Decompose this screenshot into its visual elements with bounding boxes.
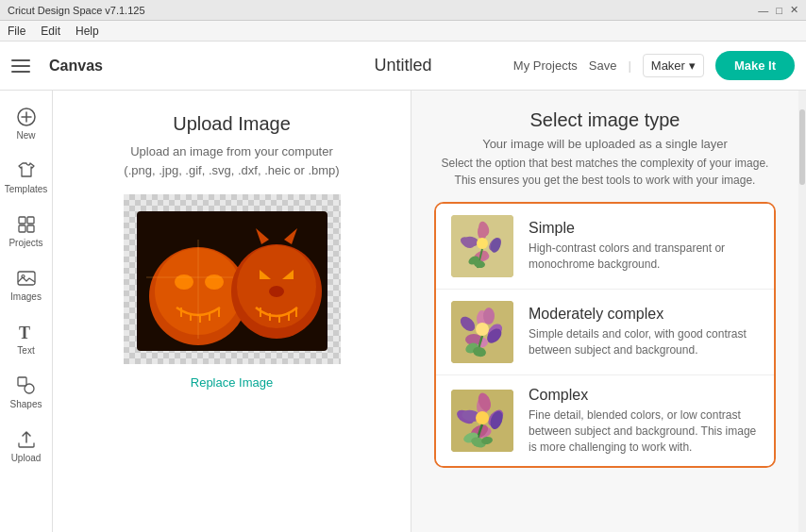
- moderate-name: Moderately complex: [529, 306, 759, 323]
- scrollbar-thumb[interactable]: [799, 109, 805, 185]
- moderate-thumbnail: [451, 301, 513, 363]
- svg-point-58: [476, 323, 489, 336]
- upload-title: Upload Image: [173, 113, 291, 135]
- svg-rect-4: [27, 217, 34, 224]
- svg-point-55: [483, 308, 495, 324]
- sidebar-item-upload[interactable]: Upload: [0, 421, 52, 471]
- svg-point-46: [477, 238, 488, 249]
- maker-chevron-icon: ▾: [689, 58, 696, 73]
- image-type-complex[interactable]: Complex Fine detail, blended colors, or …: [436, 375, 774, 466]
- maximize-button[interactable]: □: [776, 4, 782, 16]
- menu-bar: File Edit Help: [0, 21, 806, 42]
- header-divider: |: [628, 58, 630, 73]
- sidebar-item-new[interactable]: New: [0, 98, 52, 148]
- content-area: Upload Image Upload an image from your c…: [53, 91, 806, 532]
- sidebar-item-images-label: Images: [10, 291, 42, 302]
- simple-name: Simple: [529, 220, 759, 237]
- replace-image-link[interactable]: Replace Image: [191, 375, 273, 390]
- title-bar: Cricut Design Space v7.1.125 — □ ✕: [0, 0, 806, 21]
- svg-point-71: [476, 411, 489, 424]
- window-controls: — □ ✕: [758, 4, 798, 16]
- text-t-icon: T: [15, 321, 38, 343]
- svg-rect-6: [27, 225, 34, 232]
- hamburger-line-2: [11, 65, 30, 67]
- close-button[interactable]: ✕: [790, 4, 798, 16]
- make-it-button[interactable]: Make It: [715, 51, 795, 80]
- select-title: Select image type: [434, 109, 776, 131]
- sidebar: New Templates Projects: [0, 91, 53, 532]
- moderate-info: Moderately complex Simple details and co…: [529, 306, 759, 358]
- canvas-label: Canvas: [49, 58, 103, 75]
- select-description: Select the option that best matches the …: [434, 155, 776, 189]
- sidebar-item-shapes[interactable]: Shapes: [0, 367, 52, 417]
- save-link[interactable]: Save: [589, 58, 617, 73]
- sidebar-item-text-label: Text: [17, 345, 34, 356]
- image-type-moderate[interactable]: Moderately complex Simple details and co…: [436, 290, 774, 375]
- complex-desc: Fine detail, blended colors, or low cont…: [529, 407, 759, 455]
- grid-icon: [15, 213, 38, 236]
- main-layout: New Templates Projects: [0, 91, 806, 532]
- svg-rect-5: [19, 225, 25, 232]
- svg-rect-11: [18, 377, 26, 386]
- simple-thumbnail: [451, 215, 513, 277]
- my-projects-link[interactable]: My Projects: [513, 58, 578, 73]
- upload-icon: [15, 428, 38, 451]
- shirt-icon: [15, 159, 38, 182]
- sidebar-item-images[interactable]: Images: [0, 259, 52, 309]
- sidebar-item-templates[interactable]: Templates: [0, 152, 52, 202]
- sidebar-item-templates-label: Templates: [5, 184, 48, 194]
- app-header: Canvas Untitled My Projects Save | Maker…: [0, 42, 806, 91]
- hamburger-button[interactable]: [11, 51, 42, 81]
- complex-thumbnail: [451, 390, 513, 452]
- moderate-desc: Simple details and color, with good cont…: [529, 326, 759, 358]
- complex-name: Complex: [529, 387, 759, 404]
- svg-rect-7: [18, 272, 35, 285]
- menu-file[interactable]: File: [8, 25, 25, 38]
- select-section: Select image type Your image will be upl…: [411, 91, 798, 532]
- sidebar-item-upload-label: Upload: [11, 453, 42, 463]
- scrollbar[interactable]: [798, 91, 806, 532]
- svg-rect-3: [19, 217, 25, 224]
- sidebar-item-new-label: New: [16, 130, 35, 141]
- maker-dropdown[interactable]: Maker ▾: [643, 54, 704, 77]
- minimize-button[interactable]: —: [758, 4, 768, 16]
- sidebar-item-projects-label: Projects: [8, 238, 42, 248]
- svg-point-16: [205, 274, 224, 290]
- image-types-container: Simple High-contrast colors and transpar…: [434, 202, 776, 468]
- shapes-icon: [15, 374, 38, 397]
- uploaded-image-preview: [137, 211, 327, 351]
- simple-info: Simple High-contrast colors and transpar…: [529, 220, 759, 273]
- hamburger-line-3: [11, 71, 30, 73]
- menu-help[interactable]: Help: [76, 25, 99, 38]
- image-type-simple[interactable]: Simple High-contrast colors and transpar…: [436, 204, 774, 290]
- app-title: Cricut Design Space v7.1.125: [8, 5, 145, 16]
- simple-desc: High-contrast colors and transparent or …: [529, 241, 759, 273]
- upload-section: Upload Image Upload an image from your c…: [53, 91, 411, 532]
- sidebar-item-shapes-label: Shapes: [10, 399, 42, 409]
- menu-edit[interactable]: Edit: [41, 25, 60, 38]
- svg-point-30: [269, 286, 284, 297]
- sidebar-item-text[interactable]: T Text: [0, 313, 52, 363]
- svg-text:T: T: [19, 324, 30, 342]
- svg-point-15: [175, 274, 193, 290]
- document-title[interactable]: Untitled: [374, 56, 431, 75]
- image-preview-container: [124, 194, 341, 364]
- maker-label: Maker: [651, 58, 685, 73]
- image-icon: [15, 267, 38, 290]
- hamburger-line-1: [11, 59, 30, 61]
- header-right-area: My Projects Save | Maker ▾ Make It: [513, 51, 795, 80]
- select-subtitle: Your image will be uploaded as a single …: [434, 137, 776, 151]
- plus-circle-icon: [15, 106, 38, 128]
- upload-description: Upload an image from your computer (.png…: [124, 142, 339, 179]
- sidebar-item-projects[interactable]: Projects: [0, 206, 52, 256]
- complex-info: Complex Fine detail, blended colors, or …: [529, 387, 759, 455]
